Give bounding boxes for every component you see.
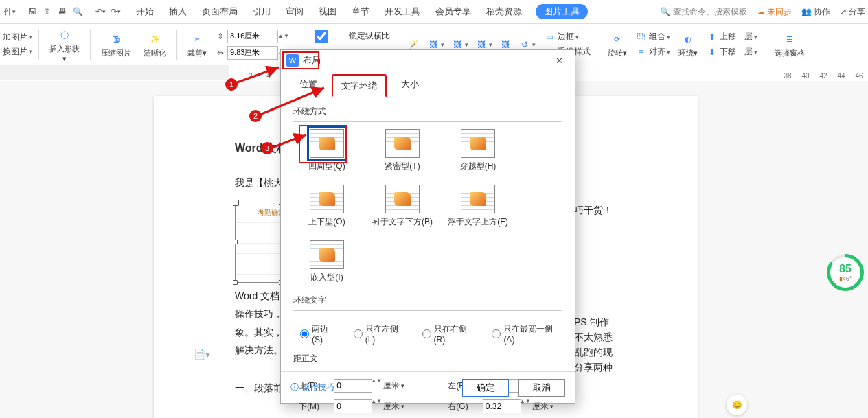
top-bar: 件▾ 🖫 🗎 🖶 🔍 ↶▾ ↷▾ 开始 插入 页面布局 引用 审阅 视图 章节 …	[0, 0, 868, 24]
tab-chapter[interactable]: 章节	[350, 1, 371, 22]
pic-effect-4[interactable]: 🖼▾	[475, 38, 492, 51]
tab-start[interactable]: 开始	[135, 1, 155, 22]
shape-icon: ◯	[55, 26, 74, 44]
crop-icon: ✂	[187, 30, 207, 48]
section-wrapstyle: 环绕方式	[293, 106, 562, 117]
group-button[interactable]: ⿻组合▾	[635, 31, 670, 43]
pic-effect-5[interactable]: 🖼	[499, 38, 512, 51]
float-tool-button[interactable]: 😊	[727, 395, 747, 415]
tab-insert[interactable]: 插入	[168, 1, 188, 22]
lock-aspect[interactable]: 锁定纵横比	[296, 30, 390, 43]
info-icon: ⓘ	[290, 382, 299, 393]
send-backward[interactable]: ⬇下移一层▾	[706, 46, 757, 58]
bring-forward[interactable]: ⬆上移一层▾	[706, 31, 757, 43]
dialog-footer: ⓘ 操作技巧 确定 取消	[281, 371, 575, 403]
pic-effect-3[interactable]: 🖼▾	[451, 38, 468, 51]
ok-button[interactable]: 确定	[462, 379, 509, 397]
layout-dialog: W 布局 ✕ 位置 文字环绕 大小 环绕方式 四周型(Q) 紧密型(T) 穿越型…	[280, 49, 575, 404]
tab-layout[interactable]: 页面布局	[201, 1, 239, 22]
print-icon[interactable]: 🖶	[56, 5, 69, 19]
dialog-close-button[interactable]: ✕	[549, 53, 569, 68]
wand-icon: 🪄	[408, 38, 420, 51]
border-dropdown[interactable]: ▭边框▾	[544, 31, 591, 43]
lock-checkbox[interactable]	[296, 30, 347, 43]
height-input[interactable]	[227, 30, 278, 43]
radio-left[interactable]: 只在左侧(L)	[354, 323, 407, 345]
selection-pane[interactable]: ☰ 选择窗格	[770, 26, 809, 63]
compress-image[interactable]: 🗜 压缩图片	[97, 26, 135, 63]
collab-button[interactable]: 👥 协作	[801, 6, 830, 18]
wrap-tight[interactable]: 紧密型(T)	[381, 129, 424, 172]
save-icon[interactable]: 🖫	[25, 5, 39, 19]
align-icon: ≡	[635, 46, 648, 58]
height-spinner[interactable]: ▲▼	[278, 34, 289, 38]
width-input[interactable]	[227, 46, 278, 60]
picture-icon: 🖼	[499, 38, 512, 51]
share-button[interactable]: ↗ 分享	[840, 6, 865, 18]
annotation-box-title	[282, 51, 319, 69]
file-menu[interactable]: 件▾	[3, 5, 16, 19]
crop[interactable]: ✂ 裁剪▾	[183, 26, 211, 63]
rotate[interactable]: ⟳ 旋转▾	[604, 26, 631, 63]
tab-review[interactable]: 审阅	[284, 1, 305, 22]
wrap-square[interactable]: 四周型(Q)	[306, 129, 348, 172]
people-icon: 👥	[801, 7, 812, 16]
tab-res[interactable]: 稻壳资源	[485, 1, 523, 22]
ribbon-tabs: 开始 插入 页面布局 引用 审阅 视图 章节 开发工具 会员专享 稻壳资源 图片…	[135, 1, 588, 22]
wrap-behind[interactable]: 衬于文字下方(B)	[381, 185, 424, 228]
search-icon: 🔍	[660, 7, 670, 16]
wrap-icon: ◐	[678, 30, 698, 48]
preview-icon[interactable]: 🔍	[71, 5, 84, 19]
radio-both[interactable]: 两边(S)	[300, 323, 339, 345]
wrap-topbottom[interactable]: 上下型(O)	[306, 185, 348, 228]
undo-icon[interactable]: ↶▾	[93, 5, 107, 19]
radio-widest[interactable]: 只在最宽一侧(A)	[492, 323, 562, 345]
pic-effect-1[interactable]: 🪄	[408, 38, 420, 51]
doc-text-frag: 分享两种	[574, 358, 613, 377]
add-picture[interactable]: 加图片▾	[3, 32, 32, 43]
dialog-tab-position[interactable]: 位置	[290, 73, 326, 97]
dialog-body: 环绕方式 四周型(Q) 紧密型(T) 穿越型(H) 上下型(O) 衬于文字下方(…	[281, 97, 575, 418]
insert-shape[interactable]: ◯ 插入形状▾	[45, 26, 84, 63]
sharpen-icon: ✨	[146, 30, 165, 48]
height-icon: ⇕	[215, 32, 226, 41]
picture-icon: 🖼	[475, 38, 488, 51]
gauge-sub: ▮46°	[839, 275, 852, 282]
wrap-style-options: 四周型(Q) 紧密型(T) 穿越型(H) 上下型(O) 衬于文字下方(B) 浮于…	[293, 129, 562, 283]
performance-gauge[interactable]: 85 ▮46°	[827, 254, 864, 291]
pic-effect-2[interactable]: 🖼▾	[427, 38, 444, 51]
sharpen-image[interactable]: ✨ 清晰化	[139, 26, 170, 63]
doc-text-frag: 巧干货！	[574, 201, 613, 220]
reset-icon: ↺	[518, 38, 531, 51]
replace-picture[interactable]: 换图片▾	[3, 46, 32, 58]
tab-dev[interactable]: 开发工具	[383, 1, 422, 22]
dialog-tab-textwrap[interactable]: 文字环绕	[332, 74, 387, 97]
sync-status[interactable]: ☁ 未同步	[757, 6, 792, 18]
page-gutter-icon[interactable]: 📄▾	[194, 349, 210, 360]
saveas-icon[interactable]: 🗎	[41, 5, 54, 19]
wrap-text-radios: 两边(S) 只在左侧(L) 只在右侧(R) 只在最宽一侧(A)	[293, 318, 562, 350]
wrap-through[interactable]: 穿越型(H)	[457, 129, 499, 172]
align-button[interactable]: ≡对齐▾	[635, 46, 670, 58]
compress-icon: 🗜	[106, 30, 126, 48]
ribbon-style-group: 🪄 🖼▾ 🖼▾ 🖼▾ 🖼 ↺▾	[408, 38, 536, 51]
radio-right[interactable]: 只在右侧(R)	[422, 323, 477, 345]
quick-access-toolbar: 件▾ 🖫 🗎 🖶 🔍 ↶▾ ↷▾	[3, 5, 122, 19]
wrap-front[interactable]: 浮于文字上方(F)	[457, 185, 499, 228]
section-distance: 距正文	[293, 353, 562, 364]
dialog-tab-size[interactable]: 大小	[392, 73, 428, 97]
rotate-icon: ⟳	[608, 30, 627, 48]
tab-view[interactable]: 视图	[317, 1, 338, 22]
command-search[interactable]: 🔍 查找命令、搜索模板	[660, 6, 747, 18]
pic-effect-6[interactable]: ↺▾	[518, 38, 536, 51]
operation-tips-link[interactable]: ⓘ 操作技巧	[290, 382, 334, 393]
tab-vip[interactable]: 会员专享	[434, 1, 472, 22]
redo-icon[interactable]: ↷▾	[108, 5, 122, 19]
cloud-icon: ☁	[757, 7, 765, 16]
share-icon: ↗	[840, 7, 847, 16]
wrap-button[interactable]: ◐ 环绕▾	[674, 26, 702, 63]
tab-picture-tools[interactable]: 图片工具	[536, 4, 588, 19]
wrap-inline[interactable]: 嵌入型(I)	[306, 240, 348, 283]
tab-ref[interactable]: 引用	[251, 1, 272, 22]
cancel-button[interactable]: 取消	[518, 379, 565, 397]
